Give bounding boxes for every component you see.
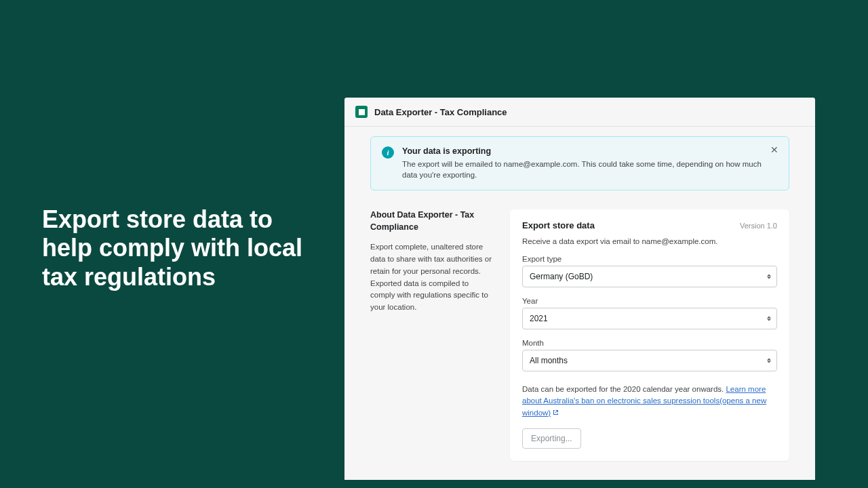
chevron-updown-icon bbox=[767, 274, 771, 279]
export-type-label: Export type bbox=[522, 255, 777, 263]
app-window: Data Exporter - Tax Compliance i Your da… bbox=[344, 98, 815, 480]
app-title: Data Exporter - Tax Compliance bbox=[374, 107, 507, 117]
card-subtext: Receive a data export via email to name@… bbox=[522, 237, 777, 245]
month-label: Month bbox=[522, 339, 777, 347]
about-section: About Data Exporter - Tax Compliance Exp… bbox=[370, 209, 492, 461]
export-note: Data can be exported for the 2020 calend… bbox=[522, 384, 777, 419]
info-icon: i bbox=[382, 146, 394, 159]
month-value: All months bbox=[530, 356, 568, 365]
banner-text: The export will be emailed to name@examp… bbox=[402, 159, 778, 180]
hero-headline: Export store data to help comply with lo… bbox=[42, 205, 313, 291]
year-label: Year bbox=[522, 297, 777, 305]
about-title: About Data Exporter - Tax Compliance bbox=[370, 209, 492, 233]
export-type-select[interactable]: Germany (GoBD) bbox=[522, 266, 777, 287]
external-link-icon bbox=[553, 409, 559, 415]
app-header: Data Exporter - Tax Compliance bbox=[344, 98, 815, 127]
year-select[interactable]: 2021 bbox=[522, 308, 777, 329]
year-value: 2021 bbox=[530, 314, 548, 323]
version-label: Version 1.0 bbox=[740, 222, 777, 230]
chevron-updown-icon bbox=[767, 359, 771, 363]
app-logo-icon bbox=[355, 106, 368, 118]
info-banner: i Your data is exporting The export will… bbox=[370, 136, 789, 190]
banner-title: Your data is exporting bbox=[402, 146, 778, 156]
about-text: Export complete, unaltered store data to… bbox=[370, 241, 492, 314]
card-title: Export store data bbox=[522, 220, 595, 230]
note-prefix: Data can be exported for the 2020 calend… bbox=[522, 385, 726, 393]
month-select[interactable]: All months bbox=[522, 350, 777, 371]
export-type-value: Germany (GoBD) bbox=[530, 272, 593, 281]
export-button[interactable]: Exporting... bbox=[522, 428, 581, 449]
close-icon[interactable]: ✕ bbox=[768, 144, 781, 156]
export-card: Export store data Version 1.0 Receive a … bbox=[510, 209, 789, 461]
chevron-updown-icon bbox=[767, 317, 771, 321]
